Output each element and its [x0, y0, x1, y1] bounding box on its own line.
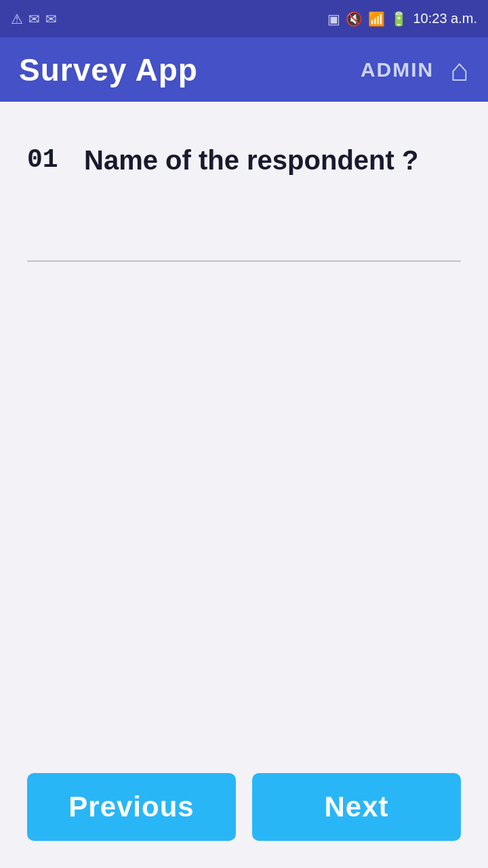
main-content: 01 Name of the respondent ? — [0, 102, 488, 760]
gmail-icon: ✉ — [28, 11, 40, 27]
header-right: ADMIN ⌂ — [361, 52, 469, 88]
question-container: 01 Name of the respondent ? — [27, 142, 461, 178]
status-icons-left: ⚠ ✉ ✉ — [11, 11, 57, 27]
home-icon[interactable]: ⌂ — [450, 52, 469, 88]
question-text: Name of the respondent ? — [84, 142, 418, 178]
email-icon: ✉ — [45, 11, 57, 27]
signal-icon: 📶 — [368, 11, 385, 27]
status-bar: ⚠ ✉ ✉ ▣ 🔇 📶 🔋 10:23 a.m. — [0, 0, 488, 37]
app-header: Survey App ADMIN ⌂ — [0, 37, 488, 102]
status-time: 10:23 a.m. — [413, 11, 477, 26]
app-title: Survey App — [19, 52, 198, 88]
previous-button[interactable]: Previous — [27, 773, 236, 841]
notification-icon: ⚠ — [11, 11, 23, 27]
spacer — [27, 262, 461, 739]
admin-label: ADMIN — [361, 58, 434, 81]
next-button[interactable]: Next — [252, 773, 461, 841]
answer-input[interactable] — [27, 225, 461, 262]
answer-input-area — [27, 225, 461, 262]
battery-icon: 🔋 — [390, 11, 407, 27]
mute-icon: 🔇 — [346, 11, 363, 27]
bottom-buttons: Previous Next — [0, 760, 488, 868]
cast-icon: ▣ — [327, 11, 340, 27]
question-number: 01 — [27, 142, 68, 174]
status-icons-right: ▣ 🔇 📶 🔋 10:23 a.m. — [327, 11, 477, 27]
